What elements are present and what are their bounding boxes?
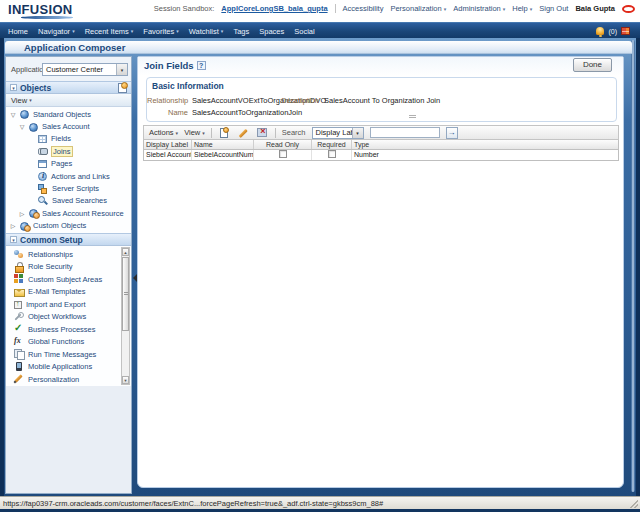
common-setup-item-import-and-export[interactable]: Import and Export bbox=[6, 298, 131, 311]
common-setup-item-e-mail-templates[interactable]: E-Mail Templates bbox=[6, 286, 131, 299]
fields-icon bbox=[38, 135, 47, 143]
common-setup-item-run-time-messages[interactable]: Run Time Messages bbox=[6, 348, 131, 361]
header-link-help[interactable]: Help▾ bbox=[512, 4, 532, 13]
script-icon bbox=[38, 184, 48, 194]
common-setup-item-label: Personalization bbox=[28, 375, 79, 384]
nav-item-spaces[interactable]: Spaces bbox=[259, 27, 284, 36]
edit-button[interactable] bbox=[237, 127, 250, 139]
view-menu-button-table[interactable]: View ▾ bbox=[184, 128, 205, 137]
nav-item-social[interactable]: Social bbox=[294, 27, 314, 36]
application-select-arrow-icon[interactable]: ▾ bbox=[116, 64, 127, 75]
window-resize-grip[interactable] bbox=[628, 499, 638, 508]
objects-collapse-icon[interactable]: ▾ bbox=[10, 84, 17, 91]
tree-item-standard-objects[interactable]: ▽Standard Objects bbox=[6, 108, 131, 120]
tree-toggle-icon[interactable]: ▽ bbox=[9, 111, 17, 118]
sphere-icon bbox=[20, 110, 29, 119]
application-select-value: Customer Center bbox=[43, 65, 116, 74]
search-by-select[interactable]: Display Label ▾ bbox=[312, 127, 364, 139]
header-link-sign-out[interactable]: Sign Out bbox=[539, 4, 568, 13]
nav-item-label: Social bbox=[294, 27, 314, 36]
session-sandbox-link[interactable]: ApplCoreLongSB_bala_gupta bbox=[221, 4, 327, 13]
delete-button[interactable] bbox=[256, 127, 269, 139]
tree-item-sales-account[interactable]: ▽Sales Account bbox=[6, 120, 131, 132]
nav-item-tags[interactable]: Tags bbox=[233, 27, 249, 36]
read-only-checkbox[interactable] bbox=[279, 150, 287, 158]
common-setup-item-relationships[interactable]: Relationships bbox=[6, 248, 131, 261]
common-setup-item-mobile-applications[interactable]: Mobile Applications bbox=[6, 361, 131, 374]
tree-item-sales-account-resource[interactable]: ▷Sales Account Resource bbox=[6, 207, 131, 219]
tree-item-server-scripts[interactable]: Server Scripts bbox=[6, 182, 131, 194]
common-setup-item-object-workflows[interactable]: Object Workflows bbox=[6, 311, 131, 324]
nav-item-home[interactable]: Home bbox=[8, 27, 28, 36]
header-link-administration[interactable]: Administration▾ bbox=[453, 4, 505, 13]
done-button[interactable]: Done bbox=[573, 58, 612, 72]
column-header-name[interactable]: Name bbox=[192, 140, 254, 149]
common-setup-item-custom-subject-areas[interactable]: Custom Subject Areas bbox=[6, 273, 131, 286]
nav-item-watchlist[interactable]: Watchlist▾ bbox=[189, 27, 224, 36]
tree-item-custom-objects[interactable]: ▷Custom Objects bbox=[6, 220, 131, 232]
table-row[interactable]: Siebel Account NumbSiebelAccountNumbeNum… bbox=[144, 150, 618, 160]
sphere2-icon bbox=[20, 222, 29, 231]
apps-grid-icon[interactable] bbox=[621, 27, 630, 35]
search-go-button[interactable]: → bbox=[446, 127, 458, 139]
description-resize-grip[interactable] bbox=[409, 115, 416, 119]
search-input[interactable] bbox=[370, 127, 440, 138]
tree-item-joins[interactable]: Joins bbox=[6, 145, 131, 157]
tree-item-actions-and-links[interactable]: Actions and Links bbox=[6, 170, 131, 182]
common-setup-item-label: Import and Export bbox=[26, 300, 86, 309]
tree-toggle-icon[interactable]: ▽ bbox=[18, 123, 26, 130]
objects-panel-header[interactable]: ▾ Objects bbox=[6, 81, 131, 94]
common-setup-item-role-security[interactable]: Role Security bbox=[6, 261, 131, 274]
search-by-arrow-icon[interactable]: ▾ bbox=[352, 128, 363, 138]
column-header-required[interactable]: Required bbox=[312, 140, 352, 149]
help-icon[interactable]: ? bbox=[197, 61, 206, 70]
column-header-read-only[interactable]: Read Only bbox=[254, 140, 312, 149]
view-menu-button[interactable]: View ▾ bbox=[11, 96, 32, 105]
common-setup-item-label: Mobile Applications bbox=[28, 362, 92, 371]
scrollbar-thumb[interactable] bbox=[122, 257, 129, 331]
header-link-label: Sign Out bbox=[539, 4, 568, 13]
required-checkbox[interactable] bbox=[328, 150, 336, 158]
tree-item-fields[interactable]: Fields bbox=[6, 133, 131, 145]
mail-icon bbox=[14, 287, 24, 297]
nav-item-favorites[interactable]: Favorites▾ bbox=[143, 27, 178, 36]
actions-menu-button[interactable]: Actions ▾ bbox=[149, 128, 178, 137]
common-setup-item-global-functions[interactable]: Global Functions bbox=[6, 336, 131, 349]
create-button[interactable] bbox=[218, 127, 231, 139]
header-separator bbox=[335, 4, 336, 13]
header-link-label: Administration bbox=[453, 4, 501, 13]
join-fields-title: Join Fields ? bbox=[144, 60, 206, 71]
tree-item-label: Custom Objects bbox=[32, 221, 87, 230]
application-select[interactable]: Customer Center ▾ bbox=[42, 63, 128, 76]
common-setup-scrollbar[interactable]: ▲ ▼ bbox=[121, 247, 130, 385]
tree-item-pages[interactable]: Pages bbox=[6, 158, 131, 170]
right-scroll-track[interactable] bbox=[631, 40, 635, 492]
common-setup-panel-header[interactable]: ▾ Common Setup bbox=[6, 233, 131, 246]
notifications-bell-icon[interactable] bbox=[596, 27, 604, 35]
page-title-bar: Application Composer bbox=[5, 41, 632, 54]
navbar-items: HomeNavigator▾Recent Items▾Favorites▾Wat… bbox=[8, 23, 315, 39]
nav-item-recent-items[interactable]: Recent Items▾ bbox=[85, 27, 134, 36]
column-header-type[interactable]: Type bbox=[352, 140, 618, 149]
scroll-up-icon[interactable]: ▲ bbox=[122, 248, 129, 256]
import-icon bbox=[14, 301, 22, 309]
toolbar-separator-2 bbox=[275, 128, 276, 138]
column-header-display-label[interactable]: Display Label bbox=[144, 140, 192, 149]
edit-object-icon[interactable] bbox=[118, 83, 127, 93]
common-setup-collapse-icon[interactable]: ▾ bbox=[10, 236, 17, 243]
dropdown-caret-icon: ▾ bbox=[72, 28, 75, 34]
nav-item-navigator[interactable]: Navigator▾ bbox=[38, 27, 75, 36]
tree-toggle-icon[interactable]: ▷ bbox=[18, 210, 26, 217]
global-header: INFUSION Session Sandbox: ApplCoreLongSB… bbox=[0, 0, 640, 22]
basic-information-section: Basic Information Relationship SalesAcco… bbox=[146, 77, 617, 122]
common-setup-item-personalization[interactable]: Personalization bbox=[6, 373, 131, 386]
join-fields-title-text: Join Fields bbox=[144, 60, 194, 71]
objects-tree: ▽Standard Objects▽Sales AccountFieldsJoi… bbox=[6, 107, 131, 233]
tree-item-saved-searches[interactable]: Saved Searches bbox=[6, 195, 131, 207]
header-link-accessibility[interactable]: Accessibility bbox=[343, 4, 384, 13]
common-setup-item-business-processes[interactable]: Business Processes bbox=[6, 323, 131, 336]
common-setup-item-label: Relationships bbox=[28, 250, 73, 259]
header-link-personalization[interactable]: Personalization▾ bbox=[390, 4, 446, 13]
scroll-down-icon[interactable]: ▼ bbox=[122, 376, 129, 384]
tree-toggle-icon[interactable]: ▷ bbox=[9, 222, 17, 229]
